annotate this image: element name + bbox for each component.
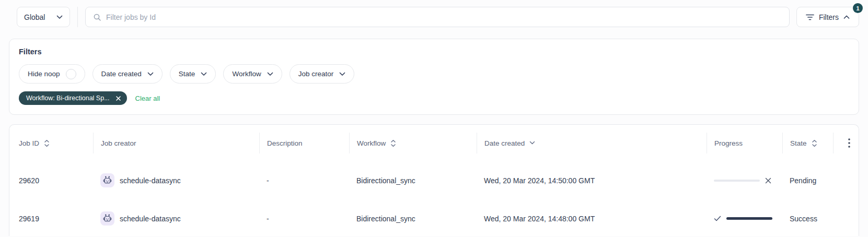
job-creator-name: schedule-datasync [120,176,181,185]
hide-noop-label: Hide noop [28,70,60,78]
column-label: Job creator [101,139,136,147]
column-label: Description [267,139,303,147]
chevron-down-icon [339,72,345,76]
cell-date-created: Wed, 20 Mar 2024, 14:48:00 GMT [477,215,707,223]
search-icon [93,13,101,21]
column-header-job-id[interactable]: Job ID [9,133,93,153]
filters-button-label: Filters [819,13,839,21]
cell-workflow: Bidirectional_sync [349,215,477,223]
chevron-down-icon [201,72,207,76]
job-id-value: 29620 [19,176,39,185]
filter-icon [806,14,814,21]
filter-dropdown-label: Workflow [232,70,261,78]
job-id-value: 29619 [19,215,39,223]
scope-dropdown[interactable]: Global [17,7,70,27]
date-created-value: Wed, 20 Mar 2024, 14:48:00 GMT [484,215,595,223]
cancel-job-button[interactable] [765,177,771,184]
chevron-down-icon [267,72,273,76]
cell-progress [707,177,782,184]
filters-count-badge: 1 [853,3,863,13]
column-header-job-creator: Job creator [93,133,259,153]
cell-job-id: 29620 [9,176,93,185]
table-body: 29620schedule-datasync-Bidirectional_syn… [9,161,859,236]
scope-label: Global [24,13,45,21]
remove-filter-button[interactable] [116,96,121,101]
column-label: Workflow [357,139,386,147]
filter-dropdown-workflow[interactable]: Workflow [223,64,282,84]
filters-button[interactable]: Filters 1 [796,7,859,27]
column-header-description: Description [259,133,349,153]
clear-all-link[interactable]: Clear all [135,94,160,102]
filters-panel: Filters Hide noop Date createdStateWorkf… [9,39,859,115]
progress-bar [726,217,772,220]
hide-noop-toggle[interactable] [66,69,76,79]
cell-job-id: 29619 [9,215,93,223]
column-header-progress: Progress [707,133,782,153]
filter-dropdown-label: Date created [101,70,142,78]
search-box [85,7,790,27]
column-label: Progress [714,139,743,147]
filter-pill-row: Hide noop Date createdStateWorkflowJob c… [19,64,849,84]
filter-dropdown-label: Job creator [298,70,334,78]
table-header-row: Job IDJob creatorDescriptionWorkflowDate… [9,125,859,161]
description-value: - [267,176,269,185]
column-settings-button[interactable] [848,138,850,148]
active-filter-chips: Workflow: Bi-directional Sp... [19,91,127,105]
filter-dropdown-state[interactable]: State [170,64,216,84]
table-row[interactable]: 29620schedule-datasync-Bidirectional_syn… [9,161,859,199]
description-value: - [267,215,269,223]
column-label: State [790,139,807,147]
active-filter-chip: Workflow: Bi-directional Sp... [19,91,127,105]
jobs-table: Job IDJob creatorDescriptionWorkflowDate… [9,124,859,236]
cell-state: Success [782,215,833,223]
filter-dropdown-date-created[interactable]: Date created [92,64,163,84]
page: Global Filters 1 Filters Hid [0,0,868,236]
table-row[interactable]: 29619schedule-datasync-Bidirectional_syn… [9,199,859,236]
column-header-date-created[interactable]: Date created [477,133,707,153]
active-filter-row: Workflow: Bi-directional Sp... Clear all [19,91,849,105]
job-creator-name: schedule-datasync [120,215,181,223]
cell-state: Pending [782,176,833,185]
state-value: Success [790,215,817,223]
hide-noop-pill[interactable]: Hide noop [19,64,85,84]
column-header-workflow[interactable]: Workflow [349,133,477,153]
active-filter-label: Workflow: Bi-directional Sp... [26,94,110,102]
workflow-value: Bidirectional_sync [356,176,415,185]
workflow-value: Bidirectional_sync [356,215,415,223]
column-label: Job ID [19,139,39,147]
progress-bar [714,180,760,182]
sort-icon [812,139,817,147]
column-header-state[interactable]: State [782,133,833,153]
cell-workflow: Bidirectional_sync [349,176,477,185]
cell-job-creator: schedule-datasync [93,173,259,187]
column-header-actions [833,133,859,153]
column-label: Date created [484,139,525,147]
date-created-value: Wed, 20 Mar 2024, 14:50:00 GMT [484,176,595,185]
sort-icon [44,139,50,147]
search-input[interactable] [106,13,782,21]
sort-desc-icon [529,141,535,145]
chevron-down-icon [147,72,154,76]
robot-icon [102,175,112,185]
topbar: Global Filters 1 [9,7,859,27]
state-value: Pending [790,176,816,185]
job-creator-avatar [100,211,114,226]
check-icon [714,216,721,221]
filter-dropdown-label: State [179,70,195,78]
cell-date-created: Wed, 20 Mar 2024, 14:50:00 GMT [477,176,707,185]
cell-progress [707,216,782,221]
cell-description: - [259,215,349,223]
chevron-down-icon [56,15,63,19]
cell-job-creator: schedule-datasync [93,211,259,226]
filter-dropdown-job-creator[interactable]: Job creator [290,64,355,84]
topbar-divider [77,7,78,27]
job-creator-avatar [100,173,114,187]
chevron-up-icon [843,15,850,19]
robot-icon [102,214,112,223]
cell-description: - [259,176,349,185]
sort-icon [390,139,396,147]
filters-panel-title: Filters [19,48,849,56]
